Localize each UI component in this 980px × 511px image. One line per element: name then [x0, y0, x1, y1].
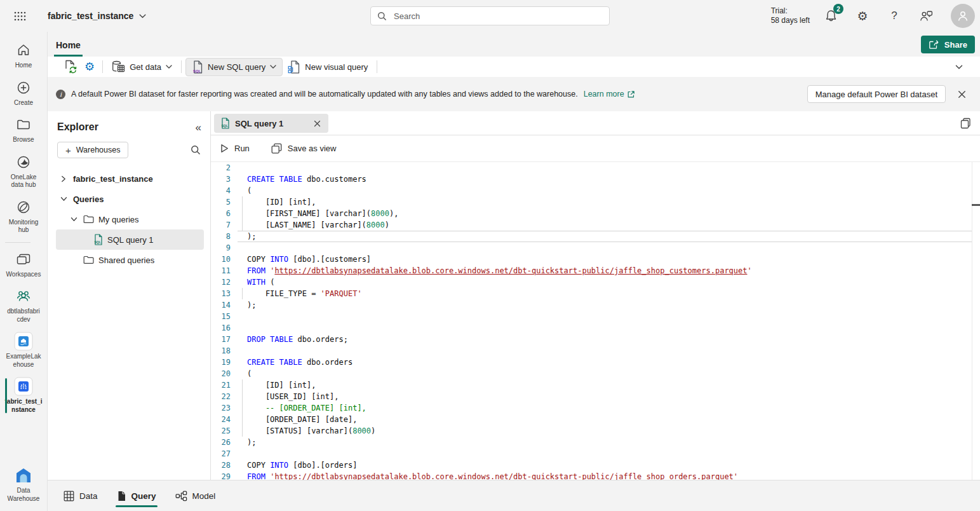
- code-line-10[interactable]: 10COPY INTO [dbo].[customers]: [211, 254, 980, 265]
- tab-sql-query-1[interactable]: SQL SQL query 1: [214, 114, 328, 133]
- rail-item-data-warehouse[interactable]: DataWarehouse: [0, 462, 47, 507]
- share-button[interactable]: Share: [921, 36, 975, 53]
- chevron-down-icon[interactable]: [58, 196, 69, 201]
- new-visual-query-button[interactable]: New visual query: [283, 58, 373, 76]
- sql-code-editor[interactable]: 23CREATE TABLE dbo.customers4(5 [ID] [in…: [211, 162, 980, 480]
- rail-item-label: nstance: [11, 406, 36, 414]
- learn-more-label: Learn more: [584, 90, 624, 99]
- rail-item-label: cdev: [17, 316, 30, 324]
- tree-item-my-queries[interactable]: My queries: [56, 209, 204, 229]
- workspace-switcher[interactable]: fabric_test_instance: [48, 11, 146, 21]
- code-line-5[interactable]: 5 [ID] [int],: [211, 196, 980, 208]
- code-line-6[interactable]: 6 [FIRST_NAME] [varchar](8000),: [211, 208, 980, 219]
- notifications-button[interactable]: 2: [824, 9, 838, 23]
- chevron-down-icon: [955, 65, 963, 69]
- rail-item-onelake-data-hub[interactable]: OneLakedata hub: [5, 149, 43, 194]
- rail-item-create[interactable]: Create: [5, 74, 43, 112]
- search-input[interactable]: [393, 11, 603, 22]
- code-line-29[interactable]: 29FROM 'https://dbtlabsynapsedatalake.bl…: [211, 471, 980, 480]
- code-line-17[interactable]: 17DROP TABLE dbo.orders;: [211, 334, 980, 345]
- code-line-24[interactable]: 24 [ORDER_DATE] [date],: [211, 414, 980, 425]
- collapse-panel-button[interactable]: «: [196, 122, 201, 133]
- rail-item-examplelakehouse[interactable]: ExampleLakehouse: [5, 328, 43, 373]
- get-data-button[interactable]: Get data: [107, 58, 177, 76]
- rail-item-workspaces[interactable]: Workspaces: [5, 246, 43, 283]
- code-line-20[interactable]: 20(: [211, 368, 980, 379]
- dataset-info-banner: i A default Power BI dataset for faster …: [48, 77, 980, 111]
- left-rail-items: HomeCreateBrowseOneLakedata hubMonitorin…: [5, 37, 43, 418]
- add-warehouses-button[interactable]: + Warehouses: [57, 142, 128, 158]
- tree-item-sql-query-1[interactable]: SQLSQL query 1: [56, 229, 204, 250]
- svg-text:SQL: SQL: [94, 240, 101, 244]
- code-line-8[interactable]: 8);: [211, 231, 980, 242]
- plus-circle-icon: [17, 79, 30, 96]
- new-report-button[interactable]: [60, 58, 81, 76]
- code-line-19[interactable]: 19CREATE TABLE dbo.orders: [211, 357, 980, 368]
- chevron-down-icon[interactable]: [69, 217, 79, 222]
- chevron-right-icon[interactable]: [58, 175, 69, 182]
- code-line-16[interactable]: 16: [211, 322, 980, 334]
- code-line-11[interactable]: 11FROM 'https://dbtlabsynapsedatalake.bl…: [211, 265, 980, 276]
- tree-item-shared-queries[interactable]: Shared queries: [56, 250, 204, 270]
- learn-more-link[interactable]: Learn more: [584, 90, 635, 99]
- code-line-14[interactable]: 14);: [211, 299, 980, 311]
- tab-close-button[interactable]: [312, 119, 322, 128]
- account-avatar[interactable]: [951, 4, 975, 28]
- rail-item-label: Browse: [13, 136, 34, 144]
- code-line-25[interactable]: 25 [STATUS] [varchar](8000): [211, 425, 980, 437]
- code-line-13[interactable]: 13 FILE_TYPE = 'PARQUET': [211, 288, 980, 299]
- search-box[interactable]: [370, 6, 610, 25]
- editor-tab-bar: SQL SQL query 1: [211, 111, 980, 135]
- settings-button[interactable]: ⚙: [856, 9, 869, 23]
- copy-button[interactable]: [960, 118, 971, 129]
- manage-dataset-button[interactable]: Manage default Power BI dataset: [807, 85, 946, 103]
- tab-home[interactable]: Home: [54, 36, 83, 57]
- code-line-27[interactable]: 27: [211, 448, 980, 460]
- tree-item-fabric-test-instance[interactable]: fabric_test_instance: [56, 168, 204, 189]
- waffle-menu-button[interactable]: [10, 6, 29, 25]
- code-text: );: [247, 437, 256, 448]
- rail-item-browse[interactable]: Browse: [5, 111, 43, 149]
- code-line-9[interactable]: 9: [211, 242, 980, 254]
- code-line-21[interactable]: 21 [ID] [int],: [211, 379, 980, 391]
- view-tab-model[interactable]: Model: [175, 480, 216, 511]
- code-line-4[interactable]: 4(: [211, 185, 980, 196]
- view-tab-data[interactable]: Data: [64, 480, 98, 511]
- explorer-search-button[interactable]: [191, 145, 201, 155]
- code-line-2[interactable]: 2: [211, 162, 980, 174]
- scrollbar-thumb[interactable]: [972, 204, 980, 206]
- ribbon-collapse-button[interactable]: [955, 65, 963, 69]
- rail-item-dbtlabsfabricdev[interactable]: dbtlabsfabricdev: [5, 283, 43, 328]
- gear-icon: ⚙: [857, 10, 868, 22]
- rail-item-monitoring-hub[interactable]: Monitoringhub: [5, 194, 43, 239]
- toolbar-divider: [102, 60, 103, 73]
- line-number: 15: [211, 311, 231, 322]
- help-button[interactable]: ?: [887, 9, 901, 23]
- view-tab-query[interactable]: Query: [117, 480, 156, 511]
- code-line-7[interactable]: 7 [LAST_NAME] [varchar](8000): [211, 219, 980, 231]
- settings-ribbon-button[interactable]: ⚙: [81, 59, 98, 74]
- query-editor: SQL SQL query 1 Run Save as view: [211, 111, 980, 480]
- new-sql-query-button[interactable]: SQL New SQL query: [185, 58, 283, 76]
- rail-item-home[interactable]: Home: [5, 37, 43, 74]
- code-line-22[interactable]: 22 [USER_ID] [int],: [211, 391, 980, 402]
- rail-item-fabric-test-instance[interactable]: fabric_test_instance: [5, 373, 43, 418]
- feedback-button[interactable]: [919, 9, 933, 23]
- code-text: DROP TABLE dbo.orders;: [247, 334, 348, 345]
- code-line-18[interactable]: 18: [211, 345, 980, 357]
- run-button[interactable]: Run: [220, 144, 250, 153]
- code-line-15[interactable]: 15: [211, 311, 980, 322]
- line-number: 11: [211, 265, 231, 276]
- code-line-3[interactable]: 3CREATE TABLE dbo.customers: [211, 174, 980, 185]
- topbar-actions: Trial: 58 days left 2 ⚙ ?: [771, 0, 975, 32]
- code-line-12[interactable]: 12WITH (: [211, 276, 980, 288]
- code-line-23[interactable]: 23 -- [ORDER_DATE] [int],: [211, 402, 980, 414]
- tree-item-queries[interactable]: Queries: [56, 189, 204, 209]
- save-as-view-button[interactable]: Save as view: [271, 143, 337, 154]
- compass-icon: [17, 199, 30, 215]
- code-line-26[interactable]: 26);: [211, 437, 980, 448]
- banner-close-button[interactable]: [951, 90, 972, 99]
- ribbon-toolbar: ⚙ Get data SQL New SQL query New visual …: [54, 57, 975, 77]
- explorer-header: Explorer «: [48, 111, 210, 140]
- code-line-28[interactable]: 28COPY INTO [dbo].[orders]: [211, 460, 980, 471]
